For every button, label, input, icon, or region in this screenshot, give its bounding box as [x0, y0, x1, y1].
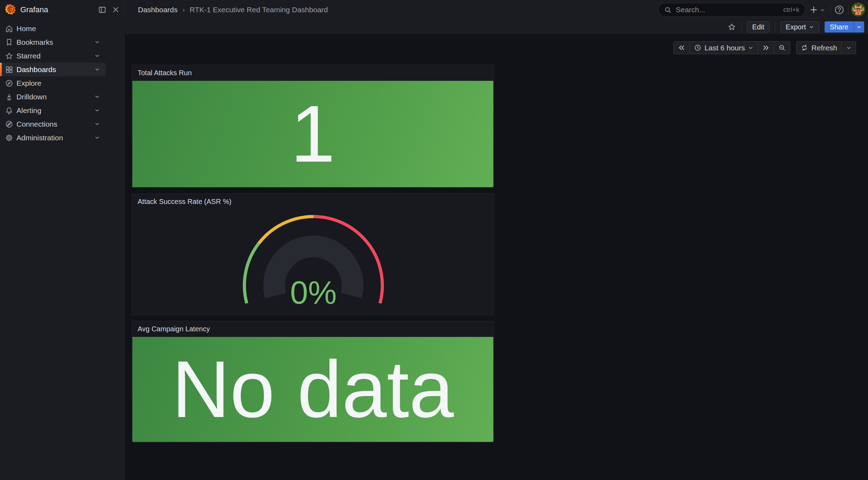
add-new-icon[interactable]: [810, 6, 818, 14]
topbar-divider: [848, 5, 849, 14]
sidebar-item-administration[interactable]: Administration: [0, 131, 106, 144]
bookmark-icon: [5, 38, 13, 47]
refresh-interval-chevron-button[interactable]: [841, 42, 856, 54]
export-button[interactable]: Export: [780, 21, 819, 33]
time-range-group: Last 6 hours: [673, 41, 791, 54]
refresh-label: Refresh: [811, 44, 837, 52]
panel-title: Attack Success Rate (ASR %): [138, 198, 231, 206]
sidebar-item-label: Alerting: [16, 106, 41, 115]
panel-title: Total Attacks Run: [138, 69, 192, 77]
time-range-label: Last 6 hours: [704, 44, 745, 52]
connections-link-icon: [5, 120, 13, 128]
user-avatar[interactable]: [851, 2, 865, 16]
sidebar-nav: Home Bookmarks Starred Dashboards: [0, 19, 125, 480]
sidebar-item-alerting[interactable]: Alerting: [0, 104, 106, 117]
breadcrumb-current-page: RTK-1 Executive Red Teaming Dashboard: [190, 6, 328, 14]
dashboards-grid-icon: [5, 65, 13, 74]
sidebar-item-label: Bookmarks: [16, 38, 53, 47]
double-chevron-left-icon: [678, 44, 685, 51]
share-split-button: Share: [825, 21, 864, 33]
search-icon: [664, 6, 672, 14]
stat-panel-body: No data: [132, 337, 493, 442]
drilldown-icon: [5, 93, 13, 101]
stat-value: 1: [291, 94, 335, 174]
search-shortcut-hint: ctrl+k: [783, 6, 799, 14]
share-button[interactable]: Share: [825, 23, 854, 31]
sidebar-item-connections[interactable]: Connections: [0, 117, 106, 131]
gauge-chart: 0%: [132, 210, 494, 315]
panel-header[interactable]: Avg Campaign Latency: [132, 321, 494, 337]
home-icon: [5, 24, 13, 33]
chevron-down-icon[interactable]: [94, 94, 100, 100]
chevron-down-icon[interactable]: [94, 53, 100, 59]
refresh-button[interactable]: Refresh: [797, 42, 841, 54]
gauge-threshold-green: [244, 243, 259, 303]
avatar-image: [851, 2, 865, 16]
grafana-app: Grafana Dashboards › RTK-1 Executive Red…: [0, 0, 868, 480]
help-icon[interactable]: [835, 5, 844, 14]
breadcrumb-dashboards-link[interactable]: Dashboards: [138, 6, 178, 14]
dashboard-canvas: Last 6 hours: [125, 34, 868, 480]
time-shift-back-button[interactable]: [674, 42, 689, 54]
sidebar-item-bookmarks[interactable]: Bookmarks: [0, 35, 106, 49]
sidebar-item-label: Drilldown: [16, 93, 47, 101]
sidebar-item-label: Explore: [16, 79, 41, 87]
chevron-down-icon: [748, 45, 754, 51]
chevron-down-icon[interactable]: [94, 121, 100, 127]
export-button-label: Export: [786, 23, 806, 31]
panel-header[interactable]: Total Attacks Run: [132, 65, 494, 81]
panel-title: Avg Campaign Latency: [138, 325, 210, 333]
sidebar-item-label: Connections: [16, 120, 57, 128]
sidebar-item-starred[interactable]: Starred: [0, 49, 106, 63]
add-new-chevron-down-icon[interactable]: [820, 7, 825, 13]
clock-icon: [694, 44, 701, 51]
sidebar-item-dashboards[interactable]: Dashboards: [0, 63, 106, 76]
favorite-star-icon[interactable]: [728, 23, 736, 31]
topbar-main-section: Dashboards › RTK-1 Executive Red Teaming…: [125, 0, 868, 19]
search-input[interactable]: [675, 5, 780, 14]
share-chevron-button[interactable]: [854, 21, 864, 33]
grafana-logo-icon[interactable]: [5, 3, 17, 15]
edit-button[interactable]: Edit: [747, 21, 769, 33]
sidebar-item-home[interactable]: Home: [0, 22, 106, 35]
double-chevron-right-icon: [762, 44, 770, 51]
chevron-down-icon[interactable]: [94, 107, 100, 113]
zoom-out-icon: [778, 44, 786, 51]
edit-button-label: Edit: [752, 23, 764, 31]
zoom-out-time-button[interactable]: [774, 42, 790, 54]
topbar-divider: [830, 5, 831, 14]
toolbar-divider: [775, 22, 775, 31]
bell-icon: [5, 106, 13, 115]
refresh-icon: [801, 44, 808, 51]
sidebar-toggle-icon[interactable]: [98, 6, 106, 14]
top-navbar: Grafana Dashboards › RTK-1 Executive Red…: [0, 0, 868, 19]
time-range-picker-button[interactable]: Last 6 hours: [689, 42, 758, 54]
compass-icon: [5, 79, 13, 87]
close-menu-icon[interactable]: [112, 6, 119, 13]
sidebar-item-label: Administration: [16, 134, 63, 142]
chevron-down-icon: [856, 24, 862, 30]
chevron-down-icon: [846, 45, 852, 51]
sidebar-item-drilldown[interactable]: Drilldown: [0, 90, 106, 104]
stat-value: No data: [172, 349, 454, 430]
breadcrumb-separator-icon: ›: [182, 6, 185, 14]
toolbar-divider: [741, 22, 742, 31]
chevron-down-icon[interactable]: [94, 66, 100, 72]
panel-attack-success-rate: Attack Success Rate (ASR %) 0%: [132, 193, 494, 315]
search-box[interactable]: ctrl+k: [658, 3, 805, 17]
gauge-value: 0%: [290, 275, 337, 310]
chevron-down-icon[interactable]: [94, 135, 100, 141]
sidebar-item-label: Home: [16, 24, 36, 33]
stat-panel-body: 1: [132, 81, 493, 187]
refresh-group: Refresh: [796, 41, 856, 54]
sidebar-item-explore[interactable]: Explore: [0, 76, 106, 90]
breadcrumb: Dashboards › RTK-1 Executive Red Teaming…: [138, 0, 328, 19]
panel-header[interactable]: Attack Success Rate (ASR %): [132, 194, 494, 210]
time-shift-forward-button[interactable]: [758, 42, 774, 54]
sidebar-item-label: Dashboards: [16, 65, 56, 74]
time-controls: Last 6 hours: [673, 41, 856, 54]
app-name: Grafana: [20, 0, 48, 19]
topbar-brand-section: Grafana: [0, 0, 125, 19]
chevron-down-icon: [809, 24, 814, 30]
chevron-down-icon[interactable]: [94, 39, 100, 45]
